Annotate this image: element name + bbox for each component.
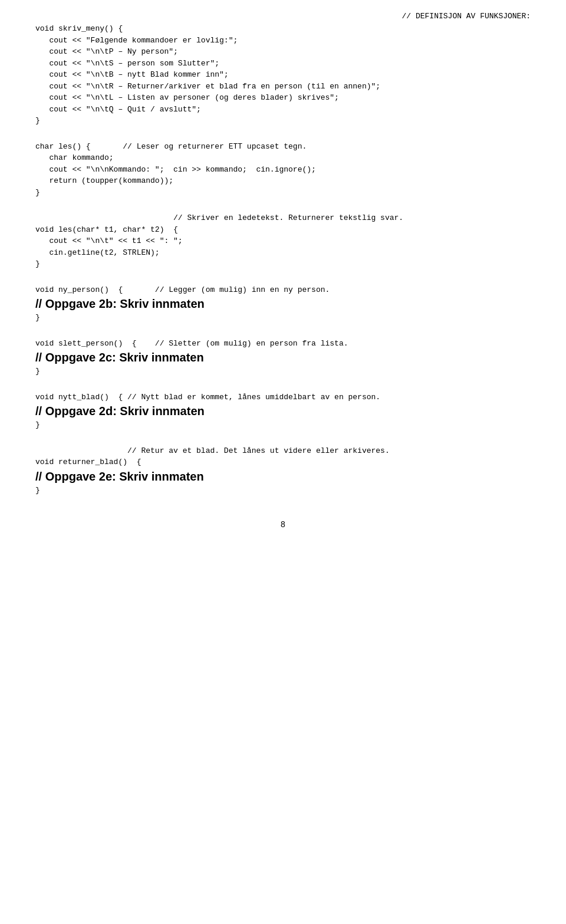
section-skriv-meny: void skriv_meny() { cout << "Følgende ko… xyxy=(35,23,531,127)
code-skriv-meny: void skriv_meny() { cout << "Følgende ko… xyxy=(35,23,531,127)
code-les-char-pre-comment: // Skriver en ledetekst. Returnerer teks… xyxy=(35,212,531,270)
code-ny-person: void ny_person() { // Legger (om mulig) … xyxy=(35,284,531,296)
page-number: 8 xyxy=(35,519,531,529)
section-returner-blad: // Retur av et blad. Det lånes ut videre… xyxy=(35,445,531,496)
code-nytt-blad: void nytt_blad() { // Nytt blad er komme… xyxy=(35,392,531,403)
code-slett-person-close: } xyxy=(35,366,531,377)
code-nytt-blad-close: } xyxy=(35,419,531,431)
code-returner-blad-close: } xyxy=(35,485,531,496)
code-slett-person: void slett_person() { // Sletter (om mul… xyxy=(35,338,531,350)
oppgave-2e-label: // Oppgave 2e: Skriv innmaten xyxy=(35,468,531,485)
oppgave-2c-label: // Oppgave 2c: Skriv innmaten xyxy=(35,349,531,366)
section-nytt-blad: void nytt_blad() { // Nytt blad er komme… xyxy=(35,392,531,431)
page-content: // DEFINISJON AV FUNKSJONER: void skriv_… xyxy=(35,12,531,496)
section-les: char les() { // Leser og returnerer ETT … xyxy=(35,141,531,199)
section-les-char: // Skriver en ledetekst. Returnerer teks… xyxy=(35,212,531,270)
code-les: char les() { // Leser og returnerer ETT … xyxy=(35,141,531,199)
section-slett-person: void slett_person() { // Sletter (om mul… xyxy=(35,338,531,377)
section-ny-person: void ny_person() { // Legger (om mulig) … xyxy=(35,284,531,324)
code-ny-person-close: } xyxy=(35,312,531,324)
oppgave-2b-label: // Oppgave 2b: Skriv innmaten xyxy=(35,295,531,312)
header-comment: // DEFINISJON AV FUNKSJONER: xyxy=(35,12,531,21)
code-returner-blad-pre-comment: // Retur av et blad. Det lånes ut videre… xyxy=(35,445,531,468)
oppgave-2d-label: // Oppgave 2d: Skriv innmaten xyxy=(35,403,531,419)
